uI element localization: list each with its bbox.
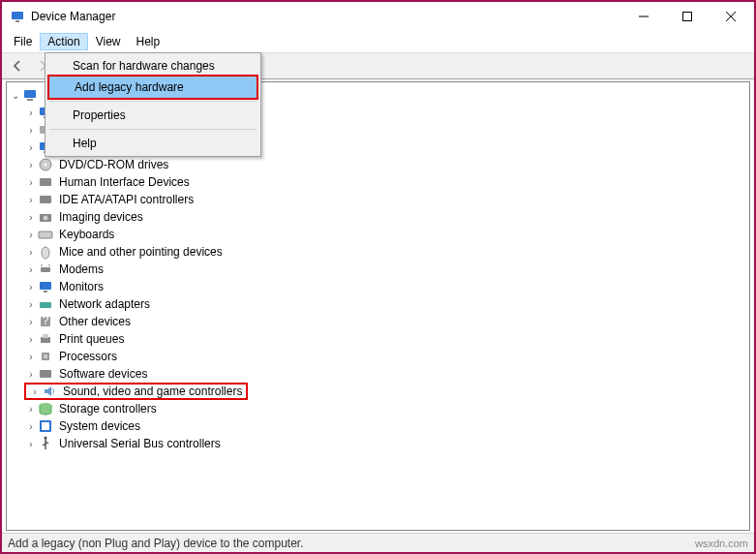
svg-text:?: ? xyxy=(43,314,49,327)
tree-item[interactable]: ›Universal Serial Bus controllers xyxy=(7,435,749,452)
svg-rect-23 xyxy=(40,282,51,290)
status-text: Add a legacy (non Plug and Play) device … xyxy=(8,537,304,550)
menu-separator xyxy=(49,129,257,130)
menu-view[interactable]: View xyxy=(88,33,129,50)
device-icon xyxy=(38,366,53,382)
tree-item[interactable]: ›Software devices xyxy=(7,365,749,383)
expand-icon[interactable]: › xyxy=(24,350,38,363)
tree-item-label: Human Interface Devices xyxy=(57,174,192,190)
maximize-button[interactable] xyxy=(665,3,709,30)
expand-icon[interactable]: › xyxy=(24,402,38,416)
tree-item-label: Modems xyxy=(57,262,106,277)
tree-item-label: IDE ATA/ATAPI controllers xyxy=(57,192,196,207)
expand-icon[interactable]: › xyxy=(24,193,38,206)
menu-properties[interactable]: Properties xyxy=(47,105,258,126)
tree-item[interactable]: ›Mice and other pointing devices xyxy=(7,243,749,261)
menu-scan-hardware[interactable]: Scan for hardware changes xyxy=(47,55,258,77)
svg-point-36 xyxy=(45,437,47,440)
expand-icon[interactable]: › xyxy=(24,140,38,154)
menu-bar: File Action View Help xyxy=(2,31,754,52)
device-icon xyxy=(38,227,53,242)
minimize-button[interactable] xyxy=(621,3,665,30)
action-dropdown-menu: Scan for hardware changes Add legacy har… xyxy=(45,52,261,157)
expand-icon[interactable]: › xyxy=(24,367,38,381)
svg-rect-20 xyxy=(39,231,52,238)
close-button[interactable] xyxy=(709,3,752,30)
device-icon xyxy=(38,244,53,260)
svg-rect-29 xyxy=(43,334,48,338)
device-icon xyxy=(38,279,53,294)
device-icon xyxy=(38,296,53,312)
tree-item-label: Keyboards xyxy=(57,227,116,242)
svg-rect-7 xyxy=(27,99,33,101)
computer-icon xyxy=(22,87,38,103)
expand-icon[interactable]: › xyxy=(24,245,38,259)
expand-icon[interactable]: › xyxy=(24,332,38,346)
expand-icon[interactable]: › xyxy=(24,210,38,224)
menu-add-legacy-hardware[interactable]: Add legacy hardware xyxy=(47,75,258,100)
tree-item[interactable]: ›DVD/CD-ROM drives xyxy=(7,156,749,173)
tree-item[interactable]: ›Sound, video and game controllers xyxy=(7,383,749,400)
tree-item[interactable]: ›Imaging devices xyxy=(7,208,749,226)
window-title: Device Manager xyxy=(31,10,621,23)
status-bar: Add a legacy (non Plug and Play) device … xyxy=(2,533,754,552)
window-controls xyxy=(621,3,752,30)
tree-item[interactable]: ›Monitors xyxy=(7,278,749,295)
tree-item-label: System devices xyxy=(57,418,142,434)
svg-rect-1 xyxy=(15,20,19,22)
tree-item[interactable]: ›Storage controllers xyxy=(7,400,749,417)
svg-rect-16 xyxy=(40,178,51,186)
tree-item[interactable]: ›Print queues xyxy=(7,330,749,348)
tree-item[interactable]: ›System devices xyxy=(7,417,749,435)
expand-icon[interactable]: › xyxy=(24,437,38,450)
tree-item-label: Universal Serial Bus controllers xyxy=(57,436,223,451)
svg-rect-24 xyxy=(44,291,47,292)
svg-rect-22 xyxy=(41,267,50,272)
menu-file[interactable]: File xyxy=(6,33,40,50)
expand-icon[interactable]: › xyxy=(24,228,38,241)
tree-item[interactable]: ›?Other devices xyxy=(7,313,749,330)
tree-item[interactable]: ›Human Interface Devices xyxy=(7,173,749,191)
tree-item-label: Mice and other pointing devices xyxy=(57,244,225,260)
expand-icon[interactable]: › xyxy=(28,385,42,398)
tree-item-label: Storage controllers xyxy=(57,401,159,416)
expand-icon[interactable]: › xyxy=(24,315,38,328)
tree-item[interactable]: ›IDE ATA/ATAPI controllers xyxy=(7,191,749,208)
svg-rect-17 xyxy=(40,196,51,203)
device-icon xyxy=(38,192,53,207)
svg-rect-3 xyxy=(682,13,691,21)
device-icon xyxy=(38,331,53,347)
tree-item-label: Monitors xyxy=(57,279,106,294)
tree-item-label: Processors xyxy=(57,349,119,364)
menu-help[interactable]: Help xyxy=(129,33,168,50)
device-icon xyxy=(38,349,53,364)
svg-rect-31 xyxy=(44,354,47,358)
tree-item-label: Software devices xyxy=(57,366,149,382)
device-icon xyxy=(38,401,53,416)
expand-icon[interactable]: › xyxy=(24,123,38,137)
device-icon xyxy=(38,209,53,225)
expand-icon[interactable]: › xyxy=(24,280,38,293)
expand-icon[interactable]: › xyxy=(24,175,38,189)
expand-icon[interactable]: › xyxy=(24,106,38,119)
device-icon xyxy=(42,384,57,399)
expand-icon[interactable]: › xyxy=(24,419,38,433)
menu-help[interactable]: Help xyxy=(47,133,258,154)
device-icon xyxy=(38,157,53,172)
svg-rect-0 xyxy=(12,12,23,19)
device-icon xyxy=(38,262,53,277)
tree-item[interactable]: ›Processors xyxy=(7,348,749,365)
svg-rect-35 xyxy=(42,422,49,430)
expand-icon[interactable]: › xyxy=(24,262,38,276)
tree-item[interactable]: ›Keyboards xyxy=(7,226,749,243)
tree-item[interactable]: ›Modems xyxy=(7,261,749,278)
tree-item-label: Network adapters xyxy=(57,296,152,312)
expand-icon[interactable]: ⌄ xyxy=(9,88,22,102)
expand-icon[interactable]: › xyxy=(24,158,38,171)
back-button[interactable] xyxy=(6,55,29,77)
expand-icon[interactable]: › xyxy=(24,297,38,311)
app-icon xyxy=(10,9,25,24)
tree-item[interactable]: ›Network adapters xyxy=(7,295,749,313)
title-bar: Device Manager xyxy=(2,2,754,31)
menu-action[interactable]: Action xyxy=(40,33,87,50)
